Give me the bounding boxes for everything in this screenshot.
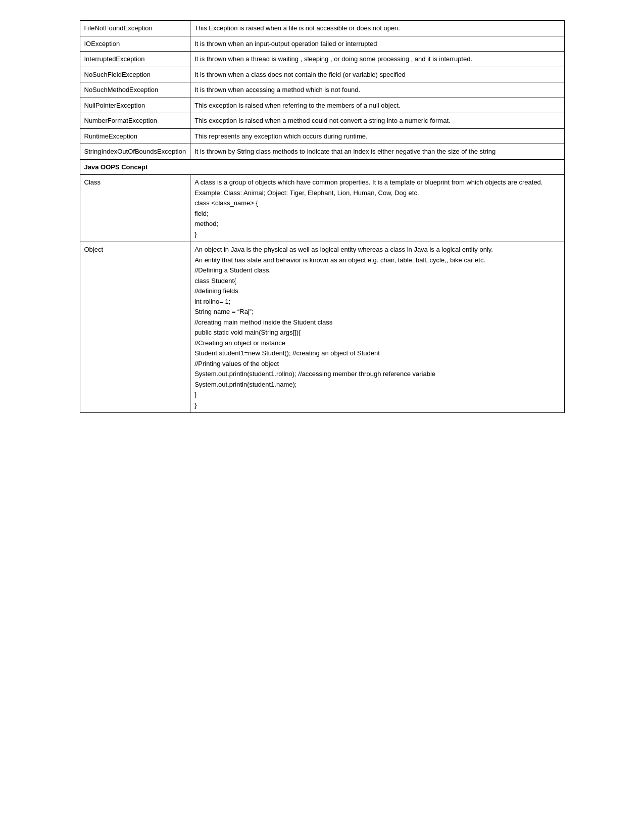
concept-line: //Printing values of the object [194, 359, 560, 369]
concept-line: int rollno= 1; [194, 297, 560, 307]
table-row: NoSuchMethodExceptionIt is thrown when a… [80, 82, 564, 98]
concept-description: An object in Java is the physical as wel… [190, 242, 564, 413]
concept-line: //Defining a Student class. [194, 265, 560, 275]
section-header-cell: Java OOPS Concept [80, 159, 564, 175]
table-row: RuntimeExceptionThis represents any exce… [80, 128, 564, 144]
concept-line: } [194, 390, 560, 400]
concept-line: System.out.println(student1.name); [194, 380, 560, 390]
exception-description: This exception is raised when a method c… [190, 113, 564, 129]
table-row: NullPointerExceptionThis exception is ra… [80, 98, 564, 113]
exception-description: It is thrown when accessing a method whi… [190, 82, 564, 98]
table-row: StringIndexOutOfBoundsExceptionIt is thr… [80, 144, 564, 160]
concept-line: method; [194, 219, 560, 229]
exception-name: InterruptedException [80, 52, 190, 67]
table-row: ObjectAn object in Java is the physical … [80, 242, 564, 413]
concept-line: Student student1=new Student(); //creati… [194, 348, 560, 358]
exception-name: RuntimeException [80, 128, 190, 144]
concept-line: A class is a group of objects which have… [194, 177, 560, 188]
table-row: ClassA class is a group of objects which… [80, 175, 564, 242]
concept-line: field; [194, 209, 560, 219]
exception-name: NoSuchMethodException [80, 82, 190, 98]
concept-line: System.out.println(student1.rollno); //a… [194, 369, 560, 379]
concept-line: //Creating an object or instance [194, 338, 560, 348]
table-row: InterruptedExceptionIt is thrown when a … [80, 52, 564, 67]
exception-name: FileNotFoundException [80, 21, 190, 36]
exception-name: IOException [80, 36, 190, 52]
main-table-container: FileNotFoundExceptionThis Exception is r… [80, 20, 565, 413]
content-table: FileNotFoundExceptionThis Exception is r… [80, 20, 565, 413]
exception-name: NoSuchFieldException [80, 67, 190, 82]
exception-description: It is thrown by String class methods to … [190, 144, 564, 160]
concept-description: A class is a group of objects which have… [190, 175, 564, 242]
exception-description: This Exception is raised when a file is … [190, 21, 564, 36]
exception-name: NullPointerException [80, 98, 190, 113]
exception-name: NumberFormatException [80, 113, 190, 129]
concept-line: public static void main(String args[]){ [194, 328, 560, 338]
table-row: NoSuchFieldExceptionIt is thrown when a … [80, 67, 564, 82]
exception-name: StringIndexOutOfBoundsException [80, 144, 190, 160]
concept-line: String name = “Raj”; [194, 307, 560, 317]
concept-line: An object in Java is the physical as wel… [194, 245, 560, 255]
concept-line: An entity that has state and behavior is… [194, 255, 560, 265]
concept-line: class Student{ [194, 276, 560, 286]
table-row: IOExceptionIt is thrown when an input-ou… [80, 36, 564, 52]
concept-name: Object [80, 242, 190, 413]
exception-description: This exception is raised when referring … [190, 98, 564, 113]
concept-line: //defining fields [194, 286, 560, 296]
table-row: NumberFormatExceptionThis exception is r… [80, 113, 564, 129]
concept-name: Class [80, 175, 190, 242]
section-header-row: Java OOPS Concept [80, 159, 564, 175]
exception-description: It is thrown when a class does not conta… [190, 67, 564, 82]
exception-description: It is thrown when a thread is waiting , … [190, 52, 564, 67]
concept-line: Example: Class: Animal; Object: Tiger, E… [194, 188, 560, 198]
concept-line: class <class_name> { [194, 198, 560, 208]
exception-description: It is thrown when an input-output operat… [190, 36, 564, 52]
exception-description: This represents any exception which occu… [190, 128, 564, 144]
concept-line: } [194, 229, 560, 240]
concept-line: } [194, 400, 560, 410]
concept-line: //creating main method inside the Studen… [194, 317, 560, 328]
table-row: FileNotFoundExceptionThis Exception is r… [80, 21, 564, 36]
